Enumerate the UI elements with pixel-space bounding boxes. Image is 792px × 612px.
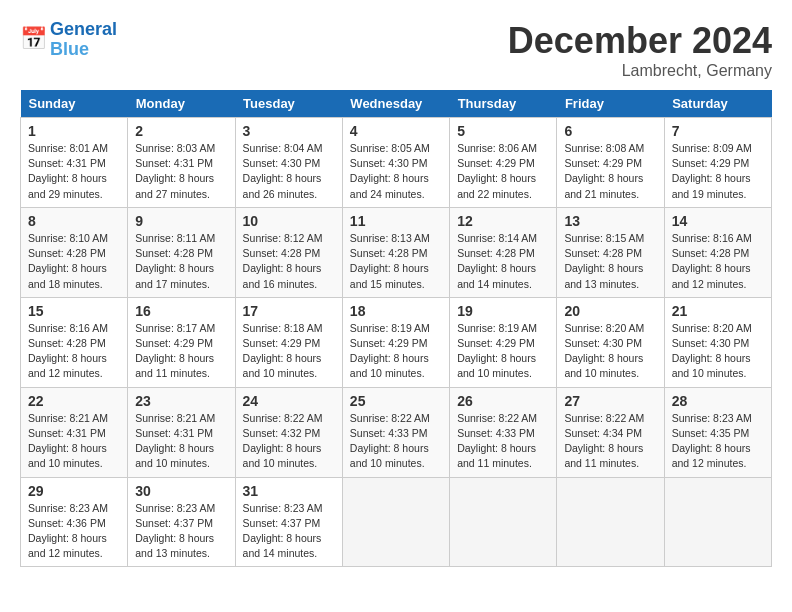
- logo-icon: 📅: [20, 26, 48, 54]
- day-info: Sunrise: 8:14 AMSunset: 4:28 PMDaylight:…: [457, 231, 549, 292]
- day-number: 31: [243, 483, 335, 499]
- day-info: Sunrise: 8:23 AMSunset: 4:37 PMDaylight:…: [243, 501, 335, 562]
- calendar-header-row: SundayMondayTuesdayWednesdayThursdayFrid…: [21, 90, 772, 118]
- calendar-cell: 6Sunrise: 8:08 AMSunset: 4:29 PMDaylight…: [557, 118, 664, 208]
- day-info: Sunrise: 8:04 AMSunset: 4:30 PMDaylight:…: [243, 141, 335, 202]
- day-info: Sunrise: 8:12 AMSunset: 4:28 PMDaylight:…: [243, 231, 335, 292]
- calendar-cell: 25Sunrise: 8:22 AMSunset: 4:33 PMDayligh…: [342, 387, 449, 477]
- day-info: Sunrise: 8:15 AMSunset: 4:28 PMDaylight:…: [564, 231, 656, 292]
- day-info: Sunrise: 8:13 AMSunset: 4:28 PMDaylight:…: [350, 231, 442, 292]
- day-info: Sunrise: 8:23 AMSunset: 4:36 PMDaylight:…: [28, 501, 120, 562]
- month-title: December 2024: [508, 20, 772, 62]
- calendar-cell: 5Sunrise: 8:06 AMSunset: 4:29 PMDaylight…: [450, 118, 557, 208]
- day-info: Sunrise: 8:16 AMSunset: 4:28 PMDaylight:…: [28, 321, 120, 382]
- day-number: 21: [672, 303, 764, 319]
- day-number: 3: [243, 123, 335, 139]
- logo-text: GeneralBlue: [50, 20, 117, 60]
- day-number: 29: [28, 483, 120, 499]
- day-number: 30: [135, 483, 227, 499]
- day-number: 14: [672, 213, 764, 229]
- column-header-saturday: Saturday: [664, 90, 771, 118]
- calendar-cell: 10Sunrise: 8:12 AMSunset: 4:28 PMDayligh…: [235, 207, 342, 297]
- calendar-cell: 31Sunrise: 8:23 AMSunset: 4:37 PMDayligh…: [235, 477, 342, 567]
- svg-text:📅: 📅: [20, 26, 48, 52]
- day-info: Sunrise: 8:18 AMSunset: 4:29 PMDaylight:…: [243, 321, 335, 382]
- calendar-cell: 17Sunrise: 8:18 AMSunset: 4:29 PMDayligh…: [235, 297, 342, 387]
- day-number: 20: [564, 303, 656, 319]
- day-info: Sunrise: 8:22 AMSunset: 4:33 PMDaylight:…: [350, 411, 442, 472]
- calendar-cell: 16Sunrise: 8:17 AMSunset: 4:29 PMDayligh…: [128, 297, 235, 387]
- calendar-week-row: 1Sunrise: 8:01 AMSunset: 4:31 PMDaylight…: [21, 118, 772, 208]
- column-header-wednesday: Wednesday: [342, 90, 449, 118]
- day-number: 15: [28, 303, 120, 319]
- calendar-cell: 21Sunrise: 8:20 AMSunset: 4:30 PMDayligh…: [664, 297, 771, 387]
- day-number: 2: [135, 123, 227, 139]
- day-info: Sunrise: 8:03 AMSunset: 4:31 PMDaylight:…: [135, 141, 227, 202]
- day-number: 9: [135, 213, 227, 229]
- day-info: Sunrise: 8:09 AMSunset: 4:29 PMDaylight:…: [672, 141, 764, 202]
- calendar-cell: 14Sunrise: 8:16 AMSunset: 4:28 PMDayligh…: [664, 207, 771, 297]
- day-number: 16: [135, 303, 227, 319]
- page-header: 📅 GeneralBlue December 2024 Lambrecht, G…: [20, 20, 772, 80]
- calendar-cell: 7Sunrise: 8:09 AMSunset: 4:29 PMDaylight…: [664, 118, 771, 208]
- column-header-sunday: Sunday: [21, 90, 128, 118]
- calendar-cell: 15Sunrise: 8:16 AMSunset: 4:28 PMDayligh…: [21, 297, 128, 387]
- calendar-cell: 29Sunrise: 8:23 AMSunset: 4:36 PMDayligh…: [21, 477, 128, 567]
- day-number: 23: [135, 393, 227, 409]
- column-header-friday: Friday: [557, 90, 664, 118]
- day-info: Sunrise: 8:16 AMSunset: 4:28 PMDaylight:…: [672, 231, 764, 292]
- calendar-cell: 24Sunrise: 8:22 AMSunset: 4:32 PMDayligh…: [235, 387, 342, 477]
- calendar-week-row: 22Sunrise: 8:21 AMSunset: 4:31 PMDayligh…: [21, 387, 772, 477]
- calendar-cell: 1Sunrise: 8:01 AMSunset: 4:31 PMDaylight…: [21, 118, 128, 208]
- calendar-cell: 2Sunrise: 8:03 AMSunset: 4:31 PMDaylight…: [128, 118, 235, 208]
- calendar-cell: 9Sunrise: 8:11 AMSunset: 4:28 PMDaylight…: [128, 207, 235, 297]
- column-header-thursday: Thursday: [450, 90, 557, 118]
- day-info: Sunrise: 8:21 AMSunset: 4:31 PMDaylight:…: [135, 411, 227, 472]
- location: Lambrecht, Germany: [508, 62, 772, 80]
- calendar-cell: [450, 477, 557, 567]
- day-info: Sunrise: 8:23 AMSunset: 4:37 PMDaylight:…: [135, 501, 227, 562]
- day-number: 24: [243, 393, 335, 409]
- calendar-cell: 28Sunrise: 8:23 AMSunset: 4:35 PMDayligh…: [664, 387, 771, 477]
- day-number: 6: [564, 123, 656, 139]
- logo: 📅 GeneralBlue: [20, 20, 117, 60]
- calendar-week-row: 8Sunrise: 8:10 AMSunset: 4:28 PMDaylight…: [21, 207, 772, 297]
- calendar-cell: [557, 477, 664, 567]
- calendar-cell: 19Sunrise: 8:19 AMSunset: 4:29 PMDayligh…: [450, 297, 557, 387]
- day-info: Sunrise: 8:19 AMSunset: 4:29 PMDaylight:…: [457, 321, 549, 382]
- calendar-cell: 30Sunrise: 8:23 AMSunset: 4:37 PMDayligh…: [128, 477, 235, 567]
- day-number: 1: [28, 123, 120, 139]
- day-number: 8: [28, 213, 120, 229]
- calendar-cell: [342, 477, 449, 567]
- day-number: 18: [350, 303, 442, 319]
- day-info: Sunrise: 8:20 AMSunset: 4:30 PMDaylight:…: [672, 321, 764, 382]
- day-number: 19: [457, 303, 549, 319]
- day-number: 26: [457, 393, 549, 409]
- calendar-table: SundayMondayTuesdayWednesdayThursdayFrid…: [20, 90, 772, 567]
- calendar-week-row: 29Sunrise: 8:23 AMSunset: 4:36 PMDayligh…: [21, 477, 772, 567]
- day-number: 22: [28, 393, 120, 409]
- day-info: Sunrise: 8:22 AMSunset: 4:34 PMDaylight:…: [564, 411, 656, 472]
- title-area: December 2024 Lambrecht, Germany: [508, 20, 772, 80]
- calendar-cell: 20Sunrise: 8:20 AMSunset: 4:30 PMDayligh…: [557, 297, 664, 387]
- day-info: Sunrise: 8:22 AMSunset: 4:32 PMDaylight:…: [243, 411, 335, 472]
- day-number: 4: [350, 123, 442, 139]
- day-info: Sunrise: 8:08 AMSunset: 4:29 PMDaylight:…: [564, 141, 656, 202]
- day-info: Sunrise: 8:10 AMSunset: 4:28 PMDaylight:…: [28, 231, 120, 292]
- day-info: Sunrise: 8:11 AMSunset: 4:28 PMDaylight:…: [135, 231, 227, 292]
- calendar-cell: 13Sunrise: 8:15 AMSunset: 4:28 PMDayligh…: [557, 207, 664, 297]
- day-info: Sunrise: 8:21 AMSunset: 4:31 PMDaylight:…: [28, 411, 120, 472]
- day-info: Sunrise: 8:05 AMSunset: 4:30 PMDaylight:…: [350, 141, 442, 202]
- day-number: 7: [672, 123, 764, 139]
- column-header-monday: Monday: [128, 90, 235, 118]
- day-number: 17: [243, 303, 335, 319]
- day-number: 5: [457, 123, 549, 139]
- day-info: Sunrise: 8:17 AMSunset: 4:29 PMDaylight:…: [135, 321, 227, 382]
- day-number: 25: [350, 393, 442, 409]
- calendar-cell: 23Sunrise: 8:21 AMSunset: 4:31 PMDayligh…: [128, 387, 235, 477]
- day-number: 10: [243, 213, 335, 229]
- day-number: 12: [457, 213, 549, 229]
- calendar-cell: 22Sunrise: 8:21 AMSunset: 4:31 PMDayligh…: [21, 387, 128, 477]
- calendar-cell: 27Sunrise: 8:22 AMSunset: 4:34 PMDayligh…: [557, 387, 664, 477]
- day-number: 27: [564, 393, 656, 409]
